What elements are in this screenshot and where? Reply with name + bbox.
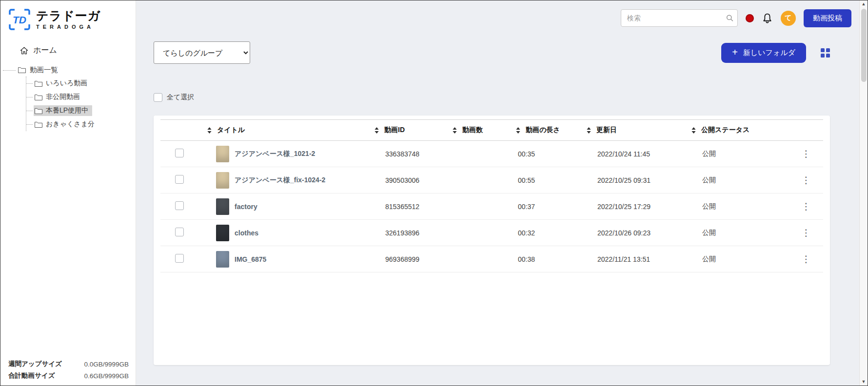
video-count: [453, 193, 516, 220]
publish-status: 公開: [691, 141, 789, 167]
topbar: て 動画投稿: [136, 0, 859, 29]
search-input[interactable]: [621, 9, 738, 27]
row-checkbox[interactable]: [175, 228, 184, 236]
column-header-status[interactable]: 公開ステータス: [691, 120, 789, 141]
storage-row-weekly: 週間アップサイズ 0.0GB/9999GB: [8, 358, 129, 370]
sidebar-folder-item[interactable]: いろいろ動画: [26, 77, 136, 90]
folder-label: いろいろ動画: [46, 79, 87, 88]
kebab-menu-icon[interactable]: ⋮: [798, 202, 814, 211]
kebab-menu-icon[interactable]: ⋮: [798, 175, 814, 185]
search-icon: [726, 15, 733, 22]
folder-row: 非公開動画: [34, 92, 84, 102]
column-label: 更新日: [596, 126, 617, 135]
column-header-duration[interactable]: 動画の長さ: [516, 120, 587, 141]
sort-icon: [375, 127, 379, 134]
storage-row-total: 合計動画サイズ 0.6GB/9999GB: [8, 370, 129, 382]
avatar[interactable]: て: [781, 11, 796, 26]
video-thumbnail[interactable]: [216, 172, 229, 189]
folder-tree: 動画一覧 いろいろ動画 非公開動画 本番LP使用中: [0, 65, 136, 131]
scroll-down-icon[interactable]: ▼: [862, 380, 866, 384]
video-title-link[interactable]: アジアンベース様_fix-1024-2: [235, 176, 325, 185]
table-row: IMG_6875 969368999 00:38 2022/11/21 13:5…: [160, 246, 823, 272]
sort-icon: [691, 127, 696, 134]
upload-video-button[interactable]: 動画投稿: [804, 9, 851, 27]
sidebar-item-home[interactable]: ホーム: [0, 33, 136, 56]
group-select[interactable]: てらしのグループ: [154, 41, 250, 64]
home-icon: [20, 47, 28, 55]
video-thumbnail[interactable]: [216, 251, 229, 268]
sidebar-folder-item[interactable]: おきゃくさま分: [26, 117, 136, 131]
video-updated: 2022/10/24 11:45: [587, 141, 691, 167]
column-label: 公開ステータス: [701, 126, 750, 135]
folder-label: 非公開動画: [46, 93, 80, 101]
app-window: TD テラドーガ TERADOGA ホーム 動画一覧: [0, 0, 868, 386]
scrollbar-thumb[interactable]: [861, 9, 867, 82]
video-updated: 2022/11/21 13:51: [587, 246, 691, 272]
publish-status: 公開: [691, 167, 789, 193]
sidebar-folder-item[interactable]: 本番LP使用中: [26, 104, 136, 117]
storage-label: 合計動画サイズ: [8, 371, 55, 380]
column-header-updated[interactable]: 更新日: [587, 120, 691, 141]
video-duration: 00:32: [516, 220, 587, 246]
video-title-link[interactable]: IMG_6875: [235, 255, 266, 263]
publish-status: 公開: [691, 220, 789, 246]
notifications-button[interactable]: [762, 12, 773, 24]
brand-logo[interactable]: TD テラドーガ TERADOGA: [0, 0, 136, 33]
sidebar-folder-root[interactable]: 動画一覧: [0, 65, 136, 75]
column-label: 動画数: [462, 126, 483, 135]
folder-label: 本番LP使用中: [46, 106, 88, 115]
grid-view-toggle[interactable]: [821, 48, 830, 58]
scroll-up-icon[interactable]: ▲: [862, 2, 866, 6]
video-duration: 00:55: [516, 167, 587, 193]
video-title-link[interactable]: アジアンベース様_1021-2: [235, 150, 315, 158]
folder-row: 本番LP使用中: [34, 105, 92, 116]
main-content: て 動画投稿 てらしのグループ + 新しいフォルダ: [136, 0, 859, 386]
column-header-title[interactable]: タイトル: [207, 120, 375, 141]
video-title-link[interactable]: clothes: [235, 229, 258, 237]
video-duration: 00:35: [516, 141, 587, 167]
row-checkbox[interactable]: [175, 175, 184, 184]
toolbar: てらしのグループ + 新しいフォルダ: [154, 41, 830, 64]
sort-icon: [587, 127, 591, 134]
table-row: アジアンベース様_1021-2 336383748 00:35 2022/10/…: [160, 141, 823, 167]
sidebar-folder-item[interactable]: 非公開動画: [26, 90, 136, 104]
video-thumbnail[interactable]: [216, 198, 229, 215]
video-thumbnail[interactable]: [216, 225, 229, 241]
title-cell: IMG_6875: [207, 251, 375, 268]
kebab-menu-icon[interactable]: ⋮: [798, 149, 814, 158]
video-thumbnail[interactable]: [216, 146, 229, 162]
folder-icon: [35, 108, 42, 114]
sort-icon: [453, 127, 457, 134]
video-id: 969368999: [375, 246, 453, 272]
sidebar: TD テラドーガ TERADOGA ホーム 動画一覧: [0, 0, 136, 386]
select-all-checkbox[interactable]: [154, 93, 162, 102]
row-checkbox[interactable]: [175, 201, 184, 210]
brand-name-en: TERADOGA: [36, 24, 100, 30]
video-title-link[interactable]: factory: [235, 203, 257, 211]
video-updated: 2022/10/25 17:29: [587, 193, 691, 220]
folder-icon: [35, 121, 42, 128]
folder-label: おきゃくさま分: [46, 120, 95, 129]
table-row: アジアンベース様_fix-1024-2 390503006 00:55 2022…: [160, 167, 823, 193]
home-label: ホーム: [33, 45, 57, 56]
video-id: 815365512: [375, 193, 453, 220]
record-status-icon[interactable]: [746, 14, 754, 22]
video-id: 390503006: [375, 167, 453, 193]
row-checkbox[interactable]: [175, 149, 184, 157]
video-list-card: タイトル 動画ID 動画数 動画の長さ 更新日 公開ステータス アジアンベース様…: [154, 116, 830, 365]
folder-root-label: 動画一覧: [30, 65, 58, 75]
folder-row: おきゃくさま分: [34, 119, 99, 130]
kebab-menu-icon[interactable]: ⋮: [798, 254, 814, 264]
new-folder-button[interactable]: + 新しいフォルダ: [721, 43, 806, 63]
publish-status: 公開: [691, 193, 789, 220]
column-header-video-count[interactable]: 動画数: [453, 120, 516, 141]
kebab-menu-icon[interactable]: ⋮: [798, 228, 814, 237]
vertical-scrollbar[interactable]: ▲ ▼: [859, 0, 868, 386]
video-updated: 2022/10/26 09:23: [587, 220, 691, 246]
column-header-video-id[interactable]: 動画ID: [375, 120, 453, 141]
row-checkbox[interactable]: [175, 254, 184, 263]
video-count: [453, 141, 516, 167]
storage-value: 0.6GB/9999GB: [84, 372, 129, 380]
table-row: factory 815365512 00:37 2022/10/25 17:29…: [160, 193, 823, 220]
toolbar-right: + 新しいフォルダ: [721, 43, 830, 63]
